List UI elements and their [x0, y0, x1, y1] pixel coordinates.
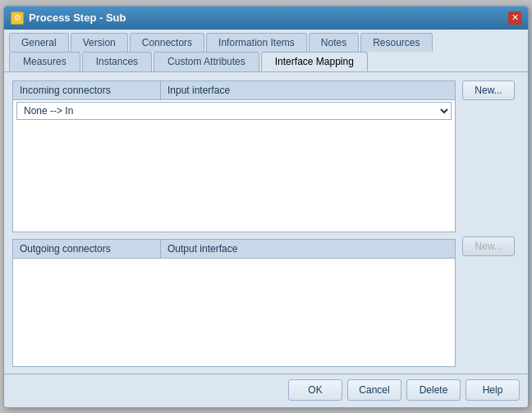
- tab-resources[interactable]: Resources: [360, 33, 432, 52]
- content-area: Incoming connectors Input interface None…: [4, 72, 528, 374]
- incoming-table-header: Incoming connectors Input interface: [13, 81, 455, 100]
- tabs-row2: Measures Instances Custom Attributes Int…: [4, 52, 528, 72]
- delete-button[interactable]: Delete: [406, 379, 461, 401]
- incoming-table: Incoming connectors Input interface None…: [12, 80, 456, 233]
- outgoing-table-body: [13, 259, 455, 365]
- tab-measures[interactable]: Measures: [9, 52, 80, 71]
- side-spacer2: [462, 261, 520, 367]
- tab-instances[interactable]: Instances: [82, 52, 152, 71]
- app-icon: ⚙: [11, 11, 24, 25]
- outgoing-col1-header: Outgoing connectors: [13, 240, 161, 258]
- tabs-row1: General Version Connectors Information I…: [4, 30, 528, 52]
- footer: OK Cancel Delete Help: [4, 374, 528, 407]
- side-panel: New... New...: [462, 80, 520, 367]
- outgoing-table: Outgoing connectors Output interface: [12, 239, 456, 366]
- tab-notes[interactable]: Notes: [309, 33, 359, 52]
- help-button[interactable]: Help: [466, 379, 520, 401]
- sections-column: Incoming connectors Input interface None…: [12, 80, 456, 367]
- close-button[interactable]: ✕: [508, 11, 521, 25]
- cancel-button[interactable]: Cancel: [347, 379, 401, 401]
- tab-connectors[interactable]: Connectors: [130, 33, 204, 52]
- side-spacer1: [462, 105, 520, 232]
- tab-information-items[interactable]: Information Items: [206, 33, 307, 52]
- outgoing-new-button[interactable]: New...: [462, 236, 515, 256]
- tab-general[interactable]: General: [9, 33, 69, 52]
- incoming-dropdown-row: None --> In: [13, 100, 455, 122]
- incoming-new-button[interactable]: New...: [462, 80, 515, 100]
- tab-interface-mapping[interactable]: Interface Mapping: [261, 52, 368, 71]
- incoming-table-body: None --> In: [13, 100, 455, 232]
- window-title: Process Step - Sub: [29, 11, 126, 24]
- outgoing-table-header: Outgoing connectors Output interface: [13, 240, 455, 259]
- tab-custom-attributes[interactable]: Custom Attributes: [154, 52, 259, 71]
- title-bar: ⚙ Process Step - Sub ✕: [4, 7, 528, 30]
- ok-button[interactable]: OK: [288, 379, 342, 401]
- tab-version[interactable]: Version: [71, 33, 128, 52]
- incoming-connector-dropdown[interactable]: None --> In: [16, 102, 452, 120]
- incoming-col2-header: Input interface: [161, 81, 236, 99]
- incoming-col1-header: Incoming connectors: [13, 81, 161, 99]
- outgoing-col2-header: Output interface: [161, 240, 244, 258]
- title-bar-left: ⚙ Process Step - Sub: [11, 11, 126, 25]
- main-window: ⚙ Process Step - Sub ✕ General Version C…: [3, 6, 529, 408]
